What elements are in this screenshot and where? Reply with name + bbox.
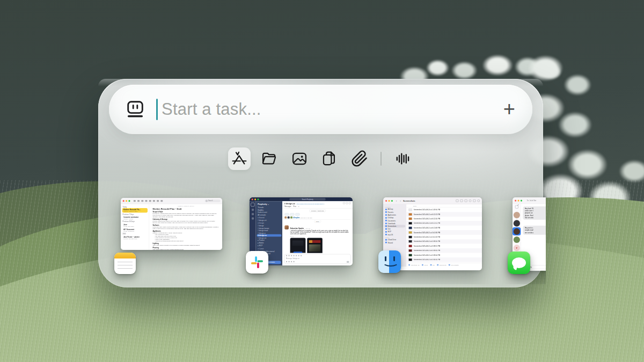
folder-icon — [385, 209, 387, 210]
notes-list-item: 457 Document7/9/25Continued — [122, 228, 148, 233]
channel-name: # design-ux — [284, 202, 295, 204]
media-mode-button[interactable] — [288, 147, 311, 170]
file-attachments — [290, 238, 351, 253]
copy-mode-button[interactable] — [318, 147, 341, 170]
slack-channel-tab: Pins — [294, 206, 296, 208]
notes-titlebar: Search — [121, 198, 222, 204]
forward-icon: › — [400, 200, 401, 202]
file-row: Screenshot 2025-08-14 at 1:28:50 PM — [406, 208, 482, 212]
apps-mode-button[interactable] — [228, 147, 251, 170]
folder-icon — [385, 225, 387, 227]
file-name: Screenshot 2025-08-15 at 5:36:10 PM — [414, 259, 441, 261]
attachment-screenshot — [307, 238, 323, 253]
file-row: Screenshot 2025-08-15 at 6:22:23 PM — [406, 212, 482, 216]
date-divider: Tuesday, August 19th — [309, 210, 326, 212]
traffic-lights — [252, 198, 259, 200]
slack-message: Sebastian Spader 2:14 PM I noticed in si… — [284, 225, 350, 253]
screen: Start a task... + — [0, 0, 644, 362]
avatar — [514, 237, 520, 243]
note-paragraph: Replace cabinets with custom, soft-close… — [152, 220, 218, 224]
file-name: Screenshot 2025-08-15 at 5:38:04 PM — [414, 254, 441, 256]
finder-toolbar-icons — [456, 200, 480, 202]
notes-section-label: Previous 30 Days — [123, 221, 147, 223]
note-paragraph: Install 3cm white quartz counters with s… — [152, 226, 218, 230]
file-row: Screenshot 2025-08-15 at 6:21:51 PM — [406, 221, 482, 225]
message-author: Sebastian Spader — [290, 227, 304, 229]
file-row: Screenshot 2025-08-15 at 5:41:18 PM — [406, 235, 482, 239]
speech-bubble-icon — [512, 257, 526, 268]
folder-icon — [385, 217, 387, 219]
file-row: Screenshot 2025-08-15 at 6:21:48 PM — [406, 226, 482, 230]
file-row: Screenshot 2025-08-15 at 5:41:36 PM — [406, 230, 482, 234]
file-name: Screenshot 2025-08-15 at 6:21:51 PM — [414, 223, 441, 224]
notes-search-field: Search — [205, 200, 221, 202]
file-thumbnail — [408, 254, 412, 256]
thread-replies-link: 40 replies — [293, 217, 299, 218]
channel-header-icons — [343, 202, 350, 204]
channel-topic-link: https://www.notion.so/perplexity/Design-… — [297, 203, 325, 204]
message-bubble: Hey love! Wcome over tprojects andinner.… — [523, 206, 546, 220]
workspace-switcher-icon — [251, 203, 254, 206]
file-thumbnail — [408, 209, 412, 211]
note-bullet: • Undermount stainless sink with pull-do… — [155, 240, 218, 242]
path-separator: › — [436, 264, 436, 265]
path-bar: Macintosh HD›Users›phil›Documents›Screen… — [406, 263, 482, 267]
file-name: Screenshot 2025-08-14 at 1:28:50 PM — [414, 209, 441, 211]
finder-sidebar-item: macOS — [384, 233, 405, 236]
attachment-mode-button[interactable] — [348, 147, 371, 170]
thread-last-reply: Last reply 1 day ago — [301, 217, 312, 218]
composer-placeholder: Message #design-ux — [286, 258, 349, 260]
note-paragraph: Wide-plank engineered oak to match adjoi… — [152, 249, 218, 250]
notes-app-icon — [114, 253, 136, 274]
file-row: Screenshot 2025-08-15 at 5:38:05 PM — [406, 248, 482, 253]
slack-search-field: Search Perplexity — [289, 198, 326, 201]
file-thumbnail — [408, 240, 412, 243]
notes-section-label: Today — [123, 206, 147, 208]
file-row: Screenshot 2025-08-15 at 5:38:11 PM — [406, 244, 482, 248]
file-thumbnail — [408, 245, 412, 247]
finder-window-title: Screenshots — [403, 200, 415, 202]
slack-channel-tab: + — [298, 206, 299, 208]
message-line: Sal are arou — [525, 216, 546, 218]
file-thumbnail — [408, 222, 412, 225]
path-crumb: Macintosh HD — [411, 264, 420, 265]
file-thumbnail — [408, 218, 412, 220]
thumbnail-notes-window[interactable]: Search TodayKitchen Remodel Pla…4:53 PMS… — [121, 198, 222, 250]
notes-sidebar: TodayKitchen Remodel Pla…4:53 PMScope & … — [121, 204, 149, 250]
path-separator: › — [420, 264, 421, 265]
message-time: 2:14 PM — [306, 227, 310, 229]
mode-toolbar — [98, 147, 543, 171]
note-paragraph: Refresh the existing kitchen with modern… — [152, 213, 218, 218]
folder-icon — [385, 214, 387, 216]
notes-toolbar-icons — [134, 200, 163, 202]
path-separator: › — [429, 264, 429, 265]
slack-channel-tab: Messages — [284, 206, 291, 208]
traffic-lights — [123, 200, 130, 202]
to-field: To: JoJo Nor — [527, 200, 537, 201]
folder-icon — [385, 234, 387, 235]
path-folder-icon — [422, 264, 423, 265]
messages-app-icon — [508, 252, 530, 274]
conversation-avatar — [513, 227, 521, 235]
task-input[interactable]: Start a task... + — [109, 85, 532, 134]
notes-section-label: Previous 7 Days — [123, 213, 147, 215]
folder-icon — [385, 242, 387, 243]
files-mode-button[interactable] — [258, 147, 281, 170]
add-button[interactable]: + — [503, 97, 515, 121]
path-folder-icon — [430, 264, 432, 265]
message-text: I noticed in signed out / incognito Thre… — [290, 230, 351, 235]
note-title: Kitchen Remodel Plan – Draft — [152, 208, 218, 210]
app-logo-icon — [125, 99, 145, 120]
avatar — [514, 228, 520, 234]
workspace-name: Perplexity ⌄ — [256, 202, 283, 206]
file-row: Screenshot 2025-08-15 at 6:22:20 PM — [406, 217, 482, 221]
file-name: Screenshot 2025-08-15 at 6:21:48 PM — [414, 227, 441, 228]
conversation-avatar — [513, 219, 521, 227]
notes-list-item: Concrete contractorMondayTesting — [122, 216, 148, 220]
message-composer: Message #design-ux — [284, 254, 351, 264]
file-thumbnail — [408, 231, 412, 234]
path-separator: › — [447, 264, 448, 265]
notes-list-item: June7/7/25Site notes — [122, 223, 148, 228]
send-icon — [347, 261, 349, 263]
voice-mode-button[interactable] — [391, 147, 414, 170]
